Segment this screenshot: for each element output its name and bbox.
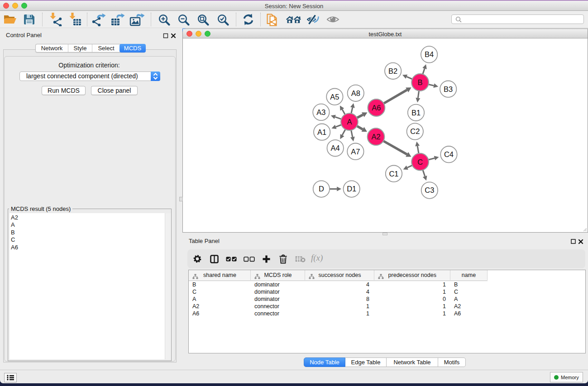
svg-text:C1: C1: [389, 170, 398, 178]
svg-text:C4: C4: [444, 150, 454, 158]
svg-text:B2: B2: [388, 67, 397, 75]
svg-text:A1: A1: [317, 128, 326, 136]
svg-text:A3: A3: [316, 108, 325, 116]
svg-text:A: A: [347, 118, 352, 126]
svg-text:A8: A8: [351, 89, 360, 97]
svg-text:A7: A7: [351, 148, 360, 156]
svg-text:C: C: [417, 158, 423, 166]
svg-text:A6: A6: [372, 104, 381, 112]
svg-text:A4: A4: [331, 144, 340, 152]
svg-text:C3: C3: [425, 186, 434, 194]
svg-text:D1: D1: [347, 185, 356, 193]
svg-text:A5: A5: [330, 93, 339, 101]
svg-text:B4: B4: [425, 50, 434, 58]
svg-text:C2: C2: [410, 127, 420, 135]
svg-text:B3: B3: [444, 85, 453, 93]
svg-text:B1: B1: [411, 109, 421, 117]
svg-text:A2: A2: [371, 133, 380, 141]
svg-text:B: B: [418, 78, 423, 86]
svg-text:D: D: [319, 185, 324, 193]
